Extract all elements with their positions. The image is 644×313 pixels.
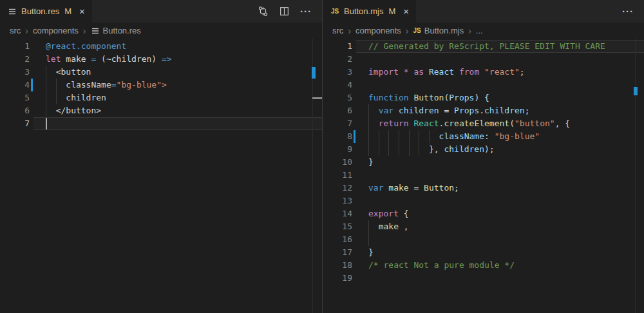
breadcrumb-item-src[interactable]: src (10, 26, 21, 35)
code-text: }, children); (368, 143, 495, 156)
line-number[interactable]: 5 (0, 91, 30, 104)
code-text: export { (368, 207, 409, 220)
code-line-9[interactable]: 9 }, children); (323, 143, 644, 156)
code-line-1[interactable]: 1@react.component (0, 40, 322, 53)
line-number[interactable]: 16 (323, 233, 352, 246)
res-file-icon (91, 26, 100, 35)
code-line-10[interactable]: 10} (323, 156, 644, 169)
breadcrumb-item-button-res[interactable]: Button.res (91, 26, 141, 35)
line-number[interactable]: 13 (323, 194, 352, 207)
overview-cursor-mark (312, 97, 322, 99)
line-number[interactable]: 19 (323, 272, 352, 285)
split-editor-icon[interactable] (279, 6, 290, 17)
code-line-1[interactable]: 1// Generated by ReScript, PLEASE EDIT W… (323, 40, 644, 53)
overview-ruler-border (312, 39, 313, 313)
code-line-3[interactable]: 3 <button (0, 66, 322, 79)
open-changes-icon (258, 6, 269, 17)
close-icon[interactable]: × (403, 6, 409, 16)
js-file-icon: JS (330, 6, 340, 17)
line-number[interactable]: 17 (323, 246, 352, 259)
code-line-12[interactable]: 12var make = Button; (323, 182, 644, 194)
breadcrumb-label: Button.res (103, 26, 141, 35)
line-number[interactable]: 2 (0, 53, 30, 66)
line-number[interactable]: 15 (323, 220, 352, 233)
current-line-highlight (33, 117, 322, 130)
code-line-11[interactable]: 11 (323, 169, 644, 182)
line-number[interactable]: 4 (0, 79, 30, 91)
code-line-6[interactable]: 6 var children = Props.children; (323, 104, 644, 117)
line-number[interactable]: 10 (323, 156, 352, 169)
breadcrumb-item--[interactable]: ... (476, 26, 483, 35)
code-line-4[interactable]: 4 (323, 79, 644, 91)
line-number[interactable]: 3 (323, 66, 352, 79)
code-line-18[interactable]: 18/* react Not a pure module */ (323, 259, 644, 272)
code-line-5[interactable]: 5function Button(Props) { (323, 91, 644, 104)
tab-label: Button.res (21, 6, 59, 16)
code-line-19[interactable]: 19 (323, 272, 644, 285)
tab-button-res[interactable]: Button.res M × (0, 0, 92, 23)
code-line-3[interactable]: 3import * as React from "react"; (323, 66, 644, 79)
line-number[interactable]: 8 (323, 130, 352, 143)
tab-actions: ··· (622, 0, 644, 23)
tab-bar-left: Button.res M × ··· (0, 0, 322, 23)
close-icon[interactable]: × (79, 6, 85, 16)
line-number[interactable]: 4 (323, 79, 352, 91)
line-number[interactable]: 12 (323, 182, 352, 194)
line-number[interactable]: 2 (323, 53, 352, 66)
breadcrumb-item-button-mjs[interactable]: JSButton.mjs (413, 26, 464, 35)
breadcrumb-item-components[interactable]: components (33, 26, 79, 35)
modified-badge: M (64, 6, 71, 16)
code-text: children (46, 91, 106, 104)
code-line-5[interactable]: 5 children (0, 91, 322, 104)
code-line-2[interactable]: 2let make = (~children) => (0, 53, 322, 66)
code-line-15[interactable]: 15 make , (323, 220, 644, 233)
code-line-2[interactable]: 2 (323, 53, 644, 66)
more-actions-icon[interactable]: ··· (300, 6, 312, 17)
breadcrumb-label: src (332, 26, 343, 35)
breadcrumb-label: components (33, 26, 79, 35)
tab-actions: ··· (258, 0, 322, 23)
code-text: let make = (~children) => (46, 53, 172, 66)
tab-button-mjs[interactable]: JS Button.mjs M × (323, 0, 416, 23)
line-number[interactable]: 6 (0, 104, 30, 117)
line-number[interactable]: 9 (323, 143, 352, 156)
line-number[interactable]: 1 (323, 40, 352, 53)
breadcrumb-separator: › (25, 26, 28, 36)
breadcrumb-separator: › (348, 26, 351, 36)
code-line-7[interactable]: 7 return React.createElement("button", { (323, 117, 644, 130)
more-actions-icon[interactable]: ··· (622, 6, 634, 17)
modified-badge: M (388, 6, 395, 16)
code-line-4[interactable]: 4 className="bg-blue"> (0, 79, 322, 91)
code-line-13[interactable]: 13 (323, 194, 644, 207)
line-number[interactable]: 7 (0, 117, 30, 130)
code-text: } (368, 246, 374, 259)
line-number[interactable]: 11 (323, 169, 352, 182)
code-line-6[interactable]: 6 </button> (0, 104, 322, 117)
breadcrumb-item-components[interactable]: components (355, 26, 401, 35)
split-editor-icon (279, 6, 290, 17)
breadcrumb-separator: › (468, 26, 471, 36)
text-cursor (46, 118, 47, 129)
breadcrumb-label: components (355, 26, 401, 35)
line-number[interactable]: 6 (323, 104, 352, 117)
code-text: return React.createElement("button", { (368, 117, 570, 130)
line-number[interactable]: 18 (323, 259, 352, 272)
code-text: className="bg-blue"> (46, 79, 167, 91)
line-number[interactable]: 1 (0, 40, 30, 53)
line-number[interactable]: 5 (323, 91, 352, 104)
code-line-16[interactable]: 16 (323, 233, 644, 246)
line-number[interactable]: 14 (323, 207, 352, 220)
line-number[interactable]: 7 (323, 117, 352, 130)
code-line-7[interactable]: 7 (0, 117, 322, 130)
code-editor[interactable]: 1// Generated by ReScript, PLEASE EDIT W… (323, 39, 644, 313)
open-changes-icon[interactable] (258, 6, 269, 17)
line-number[interactable]: 3 (0, 66, 30, 79)
breadcrumb-item-src[interactable]: src (332, 26, 343, 35)
code-editor[interactable]: 1@react.component2let make = (~children)… (0, 39, 322, 313)
overview-modified-mark (312, 67, 316, 79)
code-line-8[interactable]: 8 className: "bg-blue" (323, 130, 644, 143)
res-file-icon (8, 7, 17, 16)
code-line-17[interactable]: 17} (323, 246, 644, 259)
code-text: } (368, 156, 374, 169)
code-line-14[interactable]: 14export { (323, 207, 644, 220)
